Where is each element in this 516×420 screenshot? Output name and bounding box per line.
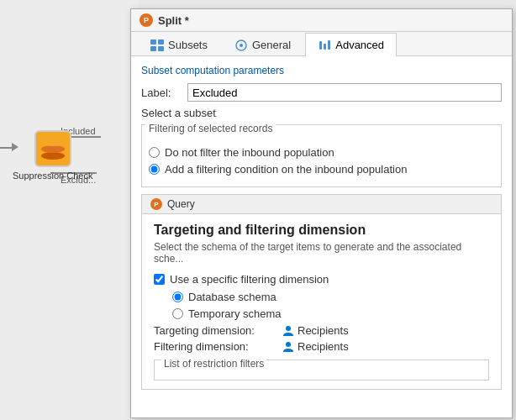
filtering-dimension-value[interactable]: Recipients <box>282 340 349 353</box>
restriction-title: List of restriction filters <box>161 358 266 370</box>
tab-advanced[interactable]: Advanced <box>305 33 397 56</box>
radio-no-filter-label: Do not filter the inbound population <box>165 146 334 159</box>
suppression-check-node[interactable]: Suppression Check <box>13 130 92 181</box>
svg-rect-2 <box>150 46 156 51</box>
svg-rect-0 <box>150 39 156 45</box>
svg-rect-7 <box>324 44 326 50</box>
dialog-title-icon: P <box>140 13 153 27</box>
radio-db-schema-input[interactable] <box>172 291 183 302</box>
workflow-canvas: Included Exclud... Suppression Check <box>0 0 139 420</box>
use-specific-filter-option[interactable]: Use a specific filtering dimension <box>154 273 489 286</box>
advanced-icon <box>318 39 331 51</box>
filter-group: Filtering of selected records Do not fil… <box>141 124 502 187</box>
svg-rect-8 <box>328 40 330 50</box>
query-panel: P Query Targeting and filtering dimensio… <box>141 194 502 390</box>
select-subset-label: Select a subset <box>141 107 502 119</box>
query-title: Query <box>167 198 195 210</box>
svg-point-5 <box>240 44 243 47</box>
targeting-dimension-row: Targeting dimension: Recipients <box>154 324 489 337</box>
stack-icon <box>39 137 66 160</box>
dialog-titlebar: P Split * <box>131 9 512 32</box>
targeting-dimension-label: Targeting dimension: <box>154 324 276 337</box>
filtering-dimension-row: Filtering dimension: Recipients <box>154 340 489 353</box>
radio-add-filter[interactable]: Add a filtering condition on the inbound… <box>149 163 494 176</box>
radio-temp-schema-input[interactable] <box>172 308 183 319</box>
use-specific-filter-checkbox[interactable] <box>154 274 165 285</box>
targeting-dimension-text: Recipients <box>297 324 349 337</box>
radio-no-filter[interactable]: Do not filter the inbound population <box>149 146 494 159</box>
person-icon-filtering <box>282 341 294 353</box>
targeting-dimension-value[interactable]: Recipients <box>282 324 349 337</box>
svg-rect-1 <box>158 39 164 45</box>
node-label: Suppression Check <box>13 171 92 181</box>
filter-group-title: Filtering of selected records <box>145 123 276 134</box>
section-link[interactable]: Subset computation parameters <box>141 65 502 76</box>
tab-bar: Subsets General Advanced <box>131 32 512 56</box>
radio-add-filter-label: Add a filtering condition on the inbound… <box>165 163 407 176</box>
label-field-label: Label: <box>141 87 187 99</box>
query-header: P Query <box>142 195 501 214</box>
radio-temp-schema[interactable]: Temporary schema <box>172 307 489 320</box>
radio-no-filter-input[interactable] <box>149 147 160 158</box>
filtering-dimension-label: Filtering dimension: <box>154 340 276 353</box>
tab-general[interactable]: General <box>222 33 303 56</box>
filtering-dimension-text: Recipients <box>297 340 349 353</box>
disc-top <box>41 139 65 146</box>
subsets-icon <box>150 39 164 51</box>
query-section-title: Targeting and filtering dimension <box>154 223 489 238</box>
node-icon[interactable] <box>34 130 71 167</box>
tab-subsets[interactable]: Subsets <box>138 33 220 56</box>
svg-rect-6 <box>319 41 322 50</box>
tab-subsets-label: Subsets <box>168 39 208 51</box>
query-icon: P <box>150 198 162 210</box>
radio-db-schema[interactable]: Database schema <box>172 291 489 303</box>
tab-advanced-label: Advanced <box>335 39 384 51</box>
svg-rect-3 <box>158 46 164 51</box>
dialog-content: Subset computation parameters Label: Sel… <box>131 56 512 417</box>
disc-mid <box>41 145 65 153</box>
radio-add-filter-input[interactable] <box>149 164 160 175</box>
person-icon-targeting <box>282 325 294 337</box>
tab-general-label: General <box>252 39 291 51</box>
disc-bottom <box>41 152 65 160</box>
label-field-row: Label: <box>141 83 502 102</box>
svg-point-9 <box>286 326 291 331</box>
restriction-section: List of restriction filters <box>154 360 489 381</box>
radio-db-schema-label: Database schema <box>188 291 276 303</box>
dialog-title: Split * <box>158 14 189 27</box>
query-section-desc: Select the schema of the target items to… <box>154 241 489 265</box>
radio-temp-schema-label: Temporary schema <box>188 307 282 320</box>
use-specific-filter-label: Use a specific filtering dimension <box>170 273 329 286</box>
general-icon <box>234 39 248 51</box>
label-input[interactable] <box>187 83 502 102</box>
svg-point-10 <box>286 342 291 347</box>
split-dialog: P Split * Subsets General <box>130 8 513 418</box>
query-body: Targeting and filtering dimension Select… <box>142 214 501 389</box>
